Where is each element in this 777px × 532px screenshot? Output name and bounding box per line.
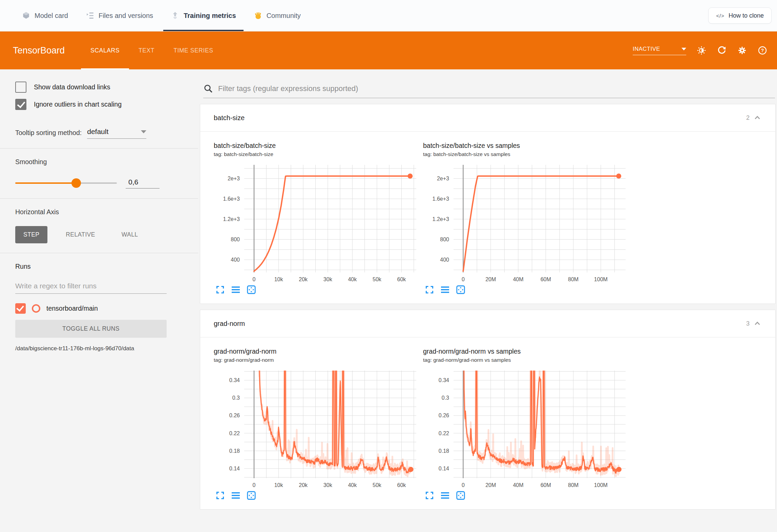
tab-label: Model card xyxy=(35,12,68,20)
smoothing-value-field[interactable]: 0,6 xyxy=(126,178,160,189)
chart-batch-size-samples: batch-size/batch-size vs samples tag: ba… xyxy=(423,142,632,295)
help-icon[interactable]: ? xyxy=(757,45,768,56)
brightness-toggle-button[interactable] xyxy=(696,45,707,56)
settings-sidebar: Show data download links Ignore outliers… xyxy=(0,69,198,532)
chart-grad-norm-samples: grad-norm/grad-norm vs samples tag: grad… xyxy=(423,348,632,501)
chart-title: batch-size/batch-size xyxy=(214,142,423,150)
svg-text:2e+3: 2e+3 xyxy=(437,176,449,181)
fullscreen-icon[interactable] xyxy=(215,490,225,501)
axis-step-button[interactable]: STEP xyxy=(15,226,47,243)
svg-text:30k: 30k xyxy=(323,276,333,282)
svg-text:0: 0 xyxy=(462,482,465,488)
svg-text:20M: 20M xyxy=(485,276,496,282)
settings-gear-icon[interactable] xyxy=(737,45,747,56)
code-icon: </> xyxy=(716,13,724,19)
chart-title: grad-norm/grad-norm xyxy=(214,348,423,355)
fit-domain-icon[interactable] xyxy=(246,285,256,295)
toggle-all-runs-button[interactable]: TOGGLE ALL RUNS xyxy=(15,320,167,338)
svg-text:?: ? xyxy=(761,48,764,53)
run-item-tensorboard-main[interactable]: tensorboard/main xyxy=(15,303,183,314)
svg-text:0.26: 0.26 xyxy=(229,413,240,418)
chart-title: batch-size/batch-size vs samples xyxy=(423,142,632,150)
run-checkbox[interactable] xyxy=(15,303,26,314)
svg-text:1.6e+3: 1.6e+3 xyxy=(433,196,449,202)
dashboard-main: batch-size 2 batch-size/batch-size tag: … xyxy=(198,69,777,532)
fit-domain-icon[interactable] xyxy=(456,490,466,501)
axis-wall-button[interactable]: WALL xyxy=(113,226,146,243)
tab-label: Training metrics xyxy=(184,12,236,20)
runs-table-icon[interactable] xyxy=(440,490,450,501)
card-grad-norm-header[interactable]: grad-norm 3 xyxy=(200,310,775,337)
fullscreen-icon[interactable] xyxy=(424,285,435,295)
tb-header-actions: INACTIVE ? xyxy=(633,31,777,69)
smoothing-label: Smoothing xyxy=(15,158,183,166)
fit-domain-icon[interactable] xyxy=(456,285,466,295)
cube-icon xyxy=(22,11,30,20)
metrics-arrow-icon xyxy=(171,11,180,20)
tb-tab-scalars[interactable]: SCALARS xyxy=(81,31,129,69)
svg-text:1.6e+3: 1.6e+3 xyxy=(223,196,240,202)
checkbox-icon[interactable] xyxy=(15,99,26,110)
line-chart[interactable]: 010k20k30k40k50k60k4008001.2e+31.6e+32e+… xyxy=(214,162,423,283)
tensorboard-header: TensorBoard SCALARS TEXT TIME SERIES INA… xyxy=(0,31,777,69)
tab-model-card[interactable]: Model card xyxy=(13,0,77,31)
reload-status-dropdown[interactable]: INACTIVE xyxy=(633,46,686,55)
svg-text:1.2e+3: 1.2e+3 xyxy=(223,216,240,222)
svg-text:80M: 80M xyxy=(568,482,579,488)
chart-count-badge: 2 xyxy=(746,114,750,121)
filter-tags-input[interactable] xyxy=(218,84,775,93)
line-chart[interactable]: 020M40M60M80M100M0.140.180.220.260.30.34 xyxy=(423,368,632,489)
runs-heading: Runs xyxy=(15,263,183,270)
runs-table-icon[interactable] xyxy=(231,490,241,501)
svg-text:0.18: 0.18 xyxy=(229,448,240,454)
svg-text:400: 400 xyxy=(440,257,449,263)
svg-text:40k: 40k xyxy=(348,482,357,488)
tab-community[interactable]: Community xyxy=(245,0,310,31)
svg-text:100M: 100M xyxy=(594,482,608,488)
runs-table-icon[interactable] xyxy=(440,285,450,295)
tb-tab-time-series[interactable]: TIME SERIES xyxy=(164,31,223,69)
ignore-outliers-checkbox[interactable]: Ignore outliers in chart scaling xyxy=(15,99,183,110)
svg-text:0: 0 xyxy=(253,482,256,488)
svg-text:60k: 60k xyxy=(397,276,406,282)
svg-text:60M: 60M xyxy=(541,482,551,488)
axis-relative-button[interactable]: RELATIVE xyxy=(58,226,103,243)
chart-toolbar xyxy=(214,285,423,295)
run-name: tensorboard/main xyxy=(46,305,98,312)
svg-text:0.26: 0.26 xyxy=(439,413,449,418)
fit-domain-icon[interactable] xyxy=(246,490,256,501)
runs-table-icon[interactable] xyxy=(231,285,241,295)
fullscreen-icon[interactable] xyxy=(215,285,225,295)
slider-thumb[interactable] xyxy=(71,178,81,188)
chart-batch-size-step: batch-size/batch-size tag: batch-size/ba… xyxy=(214,142,423,295)
runs-filter-input[interactable] xyxy=(15,280,167,294)
checkbox-label: Show data download links xyxy=(34,83,110,91)
tb-tab-text[interactable]: TEXT xyxy=(129,31,164,69)
tab-training-metrics[interactable]: Training metrics xyxy=(162,0,245,31)
checkbox-icon[interactable] xyxy=(15,82,26,93)
svg-text:50k: 50k xyxy=(373,276,382,282)
svg-text:0.22: 0.22 xyxy=(229,430,240,436)
refresh-button[interactable] xyxy=(717,45,727,56)
file-list-icon xyxy=(86,11,94,20)
svg-text:80M: 80M xyxy=(568,276,579,282)
line-chart[interactable]: 020M40M60M80M100M4008001.2e+31.6e+32e+3 xyxy=(423,162,632,283)
how-to-clone-button[interactable]: </> How to clone xyxy=(708,7,772,24)
tab-files-and-versions[interactable]: Files and versions xyxy=(77,0,162,31)
card-grad-norm: grad-norm 3 grad-norm/grad-norm tag: gra… xyxy=(200,310,776,510)
tensorboard-logo: TensorBoard xyxy=(13,45,65,56)
line-chart[interactable]: 010k20k30k40k50k60k0.140.180.220.260.30.… xyxy=(214,368,423,489)
tab-label: Community xyxy=(267,12,301,20)
svg-text:0.3: 0.3 xyxy=(442,395,449,401)
status-label: INACTIVE xyxy=(633,46,660,52)
card-batch-size-header[interactable]: batch-size 2 xyxy=(200,104,775,131)
svg-text:2e+3: 2e+3 xyxy=(228,176,240,181)
show-download-links-checkbox[interactable]: Show data download links xyxy=(15,82,183,93)
fullscreen-icon[interactable] xyxy=(424,490,435,501)
tooltip-sorting-label: Tooltip sorting method: xyxy=(15,129,82,139)
svg-text:60M: 60M xyxy=(541,276,551,282)
collapse-chevron-icon[interactable] xyxy=(753,319,762,328)
collapse-chevron-icon[interactable] xyxy=(753,113,762,122)
tooltip-sorting-dropdown[interactable]: default xyxy=(87,128,146,139)
smoothing-slider[interactable] xyxy=(15,177,117,189)
